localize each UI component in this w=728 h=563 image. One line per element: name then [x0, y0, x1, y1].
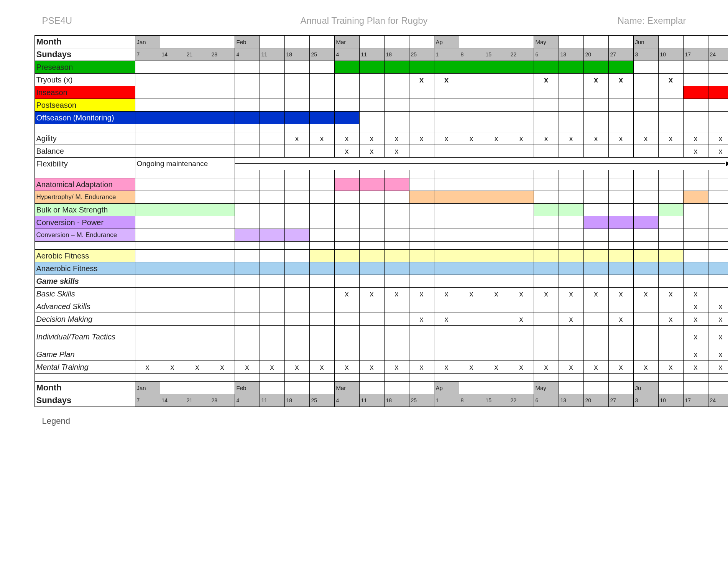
cell-aerobic-16[interactable] [534, 250, 559, 262]
cell-offseason-9[interactable] [359, 112, 384, 124]
cell-blank3-5[interactable] [260, 242, 284, 250]
cell-mental-7[interactable]: x [309, 361, 334, 374]
cell-blank3-2[interactable] [185, 242, 210, 250]
cell-basic-23[interactable] [708, 288, 728, 300]
cell-hyp-11[interactable] [409, 191, 434, 204]
cell-inseason-2[interactable] [185, 86, 210, 99]
cell-aerobic-4[interactable] [235, 250, 260, 262]
cell-bulk-17[interactable] [559, 204, 583, 216]
cell-agility-15[interactable]: x [509, 132, 534, 145]
cell-basic-6[interactable] [284, 288, 309, 300]
cell-aa-5[interactable] [260, 178, 284, 191]
cell-tactics-13[interactable] [459, 326, 484, 348]
cell-balance-12[interactable] [434, 145, 459, 158]
cell-aa-0[interactable] [135, 178, 160, 191]
cell-aerobic-12[interactable] [434, 250, 459, 262]
cell-convp-7[interactable] [309, 216, 334, 229]
cell-advanced-12[interactable] [434, 300, 459, 313]
cell-offseason-10[interactable] [384, 112, 409, 124]
cell-convp-15[interactable] [509, 216, 534, 229]
cell-tactics-18[interactable] [583, 326, 608, 348]
cell-inseason-22[interactable] [683, 86, 708, 99]
cell-blank3-10[interactable] [384, 242, 409, 250]
cell-aa-1[interactable] [160, 178, 185, 191]
cell-blank2-10[interactable] [384, 170, 409, 178]
cell-gameskills-2[interactable] [185, 275, 210, 288]
cell-blank4-18[interactable] [583, 374, 608, 382]
cell-bulk-20[interactable] [633, 204, 658, 216]
sunday-footer-cell[interactable]: 25 [409, 394, 434, 407]
cell-decision-23[interactable]: x [708, 313, 728, 326]
cell-convp-10[interactable] [384, 216, 409, 229]
month-footer-label[interactable]: Month [35, 382, 135, 394]
cell-agility-21[interactable]: x [658, 132, 683, 145]
cell-tactics-17[interactable] [559, 326, 583, 348]
sunday-cell[interactable]: 4 [334, 48, 359, 61]
cell-gameplan-4[interactable] [235, 348, 260, 361]
cell-hyp-17[interactable] [559, 191, 583, 204]
cell-tactics-12[interactable] [434, 326, 459, 348]
month-footer-cell[interactable] [459, 382, 484, 394]
cell-convp-22[interactable] [683, 216, 708, 229]
cell-blank3-0[interactable] [135, 242, 160, 250]
cell-convp-8[interactable] [334, 216, 359, 229]
month-cell[interactable] [509, 36, 534, 48]
row-label-hyp[interactable]: Hypertrophy/ M. Endurance [35, 191, 135, 204]
cell-blank3-15[interactable] [509, 242, 534, 250]
cell-convm-12[interactable] [434, 229, 459, 242]
cell-blank4-2[interactable] [185, 374, 210, 382]
sunday-footer-cell[interactable]: 27 [608, 394, 633, 407]
cell-aerobic-8[interactable] [334, 250, 359, 262]
cell-tactics-19[interactable] [608, 326, 633, 348]
cell-hyp-22[interactable] [683, 191, 708, 204]
cell-decision-0[interactable] [135, 313, 160, 326]
cell-basic-18[interactable]: x [583, 288, 608, 300]
cell-postseason-1[interactable] [160, 99, 185, 112]
sunday-cell[interactable]: 11 [359, 48, 384, 61]
cell-gameskills-14[interactable] [484, 275, 509, 288]
cell-gameplan-20[interactable] [633, 348, 658, 361]
cell-blank3-16[interactable] [534, 242, 559, 250]
cell-blank4-14[interactable] [484, 374, 509, 382]
cell-mental-21[interactable]: x [658, 361, 683, 374]
sunday-footer-cell[interactable]: 6 [534, 394, 559, 407]
cell-postseason-12[interactable] [434, 99, 459, 112]
cell-blank1-2[interactable] [185, 124, 210, 132]
cell-tryouts-22[interactable] [683, 74, 708, 86]
cell-blank4-6[interactable] [284, 374, 309, 382]
cell-anaerobic-12[interactable] [434, 262, 459, 275]
cell-postseason-11[interactable] [409, 99, 434, 112]
row-label-postseason[interactable]: Postseason [35, 99, 135, 112]
cell-tryouts-20[interactable] [633, 74, 658, 86]
cell-advanced-8[interactable] [334, 300, 359, 313]
cell-convp-4[interactable] [235, 216, 260, 229]
cell-postseason-13[interactable] [459, 99, 484, 112]
cell-mental-11[interactable]: x [409, 361, 434, 374]
cell-anaerobic-9[interactable] [359, 262, 384, 275]
cell-preseason-3[interactable] [210, 61, 235, 74]
cell-offseason-5[interactable] [260, 112, 284, 124]
month-cell[interactable]: Jan [135, 36, 160, 48]
row-label-anaerobic[interactable]: Anaerobic Fitness [35, 262, 135, 275]
cell-convp-21[interactable] [658, 216, 683, 229]
cell-blank3-23[interactable] [708, 242, 728, 250]
cell-blank2-9[interactable] [359, 170, 384, 178]
cell-blank4-1[interactable] [160, 374, 185, 382]
cell-inseason-23[interactable] [708, 86, 728, 99]
sundays-footer-label[interactable]: Sundays [35, 394, 135, 407]
cell-convm-23[interactable] [708, 229, 728, 242]
cell-agility-2[interactable] [185, 132, 210, 145]
month-footer-cell[interactable]: Jan [135, 382, 160, 394]
cell-postseason-21[interactable] [658, 99, 683, 112]
cell-blank1-18[interactable] [583, 124, 608, 132]
cell-offseason-21[interactable] [658, 112, 683, 124]
cell-blank3-13[interactable] [459, 242, 484, 250]
month-footer-cell[interactable] [359, 382, 384, 394]
cell-anaerobic-3[interactable] [210, 262, 235, 275]
sunday-cell[interactable]: 18 [384, 48, 409, 61]
cell-decision-19[interactable]: x [608, 313, 633, 326]
cell-blank2-17[interactable] [559, 170, 583, 178]
cell-agility-10[interactable]: x [384, 132, 409, 145]
cell-hyp-9[interactable] [359, 191, 384, 204]
cell-tryouts-4[interactable] [235, 74, 260, 86]
